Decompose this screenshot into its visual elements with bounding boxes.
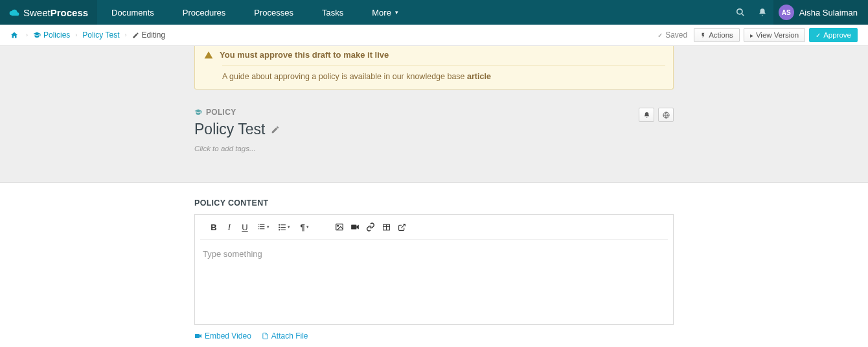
nav-tasks[interactable]: Tasks [308,0,358,25]
bolt-icon [700,32,706,39]
notify-button[interactable] [639,108,654,122]
pencil-icon [132,32,139,39]
globe-icon [663,112,670,119]
doc-header-area: You must approve this draft to make it l… [0,46,868,183]
bell-icon [643,112,650,119]
user-name: Aisha Sulaiman [799,8,858,18]
svg-line-15 [401,224,405,228]
italic-button[interactable]: I [222,220,236,234]
crumb-doc[interactable]: Policy Test [82,30,119,40]
table-icon [382,223,391,232]
saved-indicator: ✓ Saved [657,30,687,40]
check-icon: ✓ [657,32,663,39]
visibility-button[interactable] [658,108,674,122]
brand-text-1: Sweet [23,7,51,18]
unordered-list-button[interactable]: ▾ [274,220,293,234]
open-external-button[interactable] [394,220,409,234]
crumb-sep: › [26,32,28,38]
image-icon [335,222,344,232]
search-button[interactable] [729,0,751,25]
nav-documents[interactable]: Documents [97,0,168,25]
svg-point-4 [279,226,280,228]
svg-point-3 [279,224,280,225]
breadcrumb-bar: › Policies › Policy Test › Editing ✓ Sav… [0,25,868,46]
editor-toolbar: B I U ▾ ▾ ¶ ▾ [200,215,668,240]
bold-icon: B [211,222,216,232]
svg-rect-16 [195,334,200,338]
editor-body[interactable]: Type something [195,240,673,324]
chevron-down-icon: ▾ [267,224,269,230]
nav-items: Documents Procedures Processes Tasks Mor… [97,0,413,25]
alert-article-link[interactable]: article [467,72,491,81]
editor-placeholder: Type something [203,249,262,259]
attach-file-link[interactable]: Attach File [262,331,308,341]
avatar: AS [779,5,794,20]
file-icon [262,332,269,340]
play-icon: ▸ [750,32,753,39]
doc-title: Policy Test [194,121,639,138]
crumb-sep: › [125,32,127,38]
user-menu[interactable]: AS Aisha Sulaiman [773,0,868,25]
external-link-icon [398,223,406,232]
crumb-home[interactable] [10,31,21,39]
bell-icon [758,8,767,17]
nav-more[interactable]: More▾ [358,0,413,25]
svg-point-10 [337,225,339,226]
doc-type-label: POLICY [194,108,639,117]
ordered-list-button[interactable]: ▾ [253,220,273,234]
cloud-icon [9,7,19,18]
approve-button[interactable]: ✓ Approve [809,28,858,42]
crumb-policies[interactable]: Policies [33,30,70,40]
insert-image-button[interactable] [332,220,347,234]
svg-rect-11 [351,225,356,230]
crumb-editing: Editing [132,30,166,40]
italic-icon: I [228,222,231,232]
brand-logo[interactable]: SweetProcess [0,0,97,25]
insert-video-button[interactable] [348,220,362,234]
svg-point-5 [279,229,280,230]
crumb-sep: › [75,32,77,38]
underline-button[interactable]: U [238,220,252,234]
alert-body: A guide about approving a policy is avai… [195,66,673,89]
embed-video-link[interactable]: Embed Video [194,331,251,341]
video-icon [194,332,202,340]
brand-text-2: Process [51,7,88,18]
video-icon [350,222,360,232]
nav-procedures[interactable]: Procedures [168,0,240,25]
svg-rect-6 [280,224,286,225]
pilcrow-icon: ¶ [300,222,304,232]
editor-attachments: Embed Video Attach File [194,331,674,341]
chevron-down-icon: ▾ [395,9,398,16]
unordered-list-icon [278,223,286,232]
approval-alert: You must approve this draft to make it l… [194,46,674,90]
link-icon [366,222,375,232]
chevron-down-icon: ▾ [288,224,290,230]
search-icon [736,8,745,17]
paragraph-format-button[interactable]: ¶ ▾ [295,220,314,234]
ordered-list-icon [257,223,266,232]
bold-button[interactable]: B [207,220,221,234]
top-nav: SweetProcess Documents Procedures Proces… [0,0,868,25]
warning-icon [204,51,213,60]
svg-point-0 [737,9,742,14]
edit-title-button[interactable] [271,125,280,134]
nav-processes[interactable]: Processes [240,0,308,25]
doc-header: POLICY Policy Test Click to add tags... [194,108,674,152]
view-version-button[interactable]: ▸ View Version [744,28,805,42]
graduation-cap-icon [33,31,41,39]
svg-rect-9 [336,224,343,230]
subbar-actions: ✓ Saved Actions ▸ View Version ✓ Approve [657,28,858,42]
check-icon: ✓ [816,32,821,39]
svg-rect-8 [280,229,286,230]
home-icon [10,31,18,39]
insert-link-button[interactable] [363,220,378,234]
add-tags[interactable]: Click to add tags... [194,145,639,152]
actions-button[interactable]: Actions [694,28,740,42]
insert-table-button[interactable] [379,220,393,234]
section-label: POLICY CONTENT [194,198,674,208]
chevron-down-icon: ▾ [306,224,309,230]
notifications-button[interactable] [751,0,773,25]
underline-icon: U [242,222,247,232]
svg-rect-7 [280,226,286,227]
graduation-cap-icon [194,108,202,116]
